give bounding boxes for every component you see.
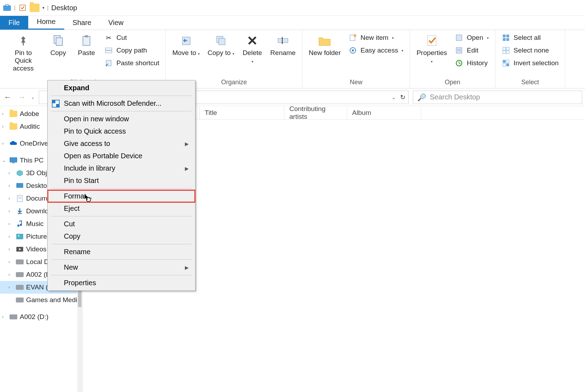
copy-icon xyxy=(51,33,65,48)
ribbon-group-clipboard: Pin to Quick access Copy Paste ✂Cut Copy… xyxy=(0,30,166,88)
tab-file[interactable]: File xyxy=(0,16,28,30)
column-album[interactable]: Album xyxy=(347,106,421,119)
history-button[interactable]: History xyxy=(453,57,490,69)
svg-rect-29 xyxy=(503,35,506,37)
svg-point-20 xyxy=(354,34,356,37)
select-none-button[interactable]: Select none xyxy=(500,45,561,56)
cut-button[interactable]: ✂Cut xyxy=(102,32,161,43)
recent-locations-button[interactable]: ⌄ xyxy=(31,95,35,100)
properties-label: Properties▾ xyxy=(416,49,447,65)
back-button[interactable]: ← xyxy=(3,92,13,102)
ctx-open-new-window[interactable]: Open in new window xyxy=(48,113,195,125)
properties-icon xyxy=(425,33,439,48)
pin-quick-access-button[interactable]: Pin to Quick access xyxy=(4,32,42,74)
address-dropdown[interactable]: ⌄ xyxy=(392,94,396,100)
ctx-pin-quick-access[interactable]: Pin to Quick access xyxy=(48,125,195,137)
ctx-copy[interactable]: Copy xyxy=(48,230,195,243)
tab-home[interactable]: Home xyxy=(28,15,64,30)
ctx-portable-device[interactable]: Open as Portable Device xyxy=(48,150,195,162)
forward-button[interactable]: → xyxy=(17,92,27,102)
column-artists[interactable]: Contributing artists xyxy=(284,106,347,119)
documents-icon xyxy=(16,195,24,202)
svg-rect-34 xyxy=(506,47,509,50)
ctx-new[interactable]: New▶ xyxy=(48,261,195,274)
svg-rect-24 xyxy=(456,35,462,41)
ctx-sep xyxy=(51,244,192,244)
separator: | xyxy=(14,5,16,11)
svg-point-22 xyxy=(352,49,354,51)
ctx-expand[interactable]: Expand xyxy=(48,82,195,94)
window-title: Desktop xyxy=(51,4,77,12)
select-all-button[interactable]: Select all xyxy=(500,32,561,43)
column-title[interactable]: Title xyxy=(200,106,284,119)
copy-button[interactable]: Copy xyxy=(46,32,71,58)
history-icon xyxy=(455,59,463,67)
open-label: Open xyxy=(445,77,460,88)
invert-selection-button[interactable]: Invert selection xyxy=(500,57,561,69)
ctx-eject[interactable]: Eject xyxy=(48,202,195,215)
save-icon[interactable] xyxy=(18,4,27,12)
svg-rect-14 xyxy=(219,38,225,45)
easy-access-button[interactable]: Easy access ▾ xyxy=(346,45,406,56)
ctx-sep xyxy=(51,111,192,111)
edit-button[interactable]: Edit xyxy=(453,45,490,56)
submenu-arrow-icon: ▶ xyxy=(185,265,189,270)
properties-button[interactable]: Properties▾ xyxy=(414,32,449,66)
copy-path-button[interactable]: Copy path xyxy=(102,45,161,56)
ctx-scan-defender[interactable]: Scan with Microsoft Defender... xyxy=(48,97,195,110)
svg-rect-1 xyxy=(6,4,8,6)
ctx-cut[interactable]: Cut xyxy=(48,218,195,230)
select-none-icon xyxy=(502,46,510,55)
svg-rect-0 xyxy=(4,6,11,11)
refresh-button[interactable]: ↻ xyxy=(400,93,405,101)
delete-button[interactable]: Delete▾ xyxy=(240,32,265,66)
context-menu: Expand Scan with Microsoft Defender... O… xyxy=(47,80,195,291)
onedrive-icon xyxy=(9,140,18,147)
rename-label: Rename xyxy=(270,49,296,57)
desktop-icon xyxy=(16,182,24,190)
tab-view[interactable]: View xyxy=(100,16,132,30)
ctx-include-library[interactable]: Include in library▶ xyxy=(48,162,195,174)
search-placeholder: Search Desktop xyxy=(430,93,480,101)
new-folder-icon xyxy=(318,33,332,48)
new-label: New xyxy=(350,77,362,88)
copy-to-button[interactable]: Copy to ▾ xyxy=(205,32,236,58)
tree-item-games[interactable]: Games and Media xyxy=(0,294,82,306)
open-button[interactable]: Open ▾ xyxy=(453,32,490,43)
svg-rect-41 xyxy=(10,158,17,162)
new-folder-button[interactable]: New folder xyxy=(307,32,343,58)
move-to-label: Move to ▾ xyxy=(172,49,200,57)
qat-caret[interactable]: ▾ xyxy=(42,5,44,10)
svg-rect-25 xyxy=(456,48,462,53)
paste-shortcut-button[interactable]: Paste shortcut xyxy=(102,57,161,69)
ctx-rename[interactable]: Rename xyxy=(48,246,195,258)
pin-label: Pin to Quick access xyxy=(6,49,40,72)
rename-icon xyxy=(276,33,290,48)
ctx-give-access[interactable]: Give access to▶ xyxy=(48,137,195,150)
rename-button[interactable]: Rename xyxy=(268,32,298,58)
ctx-properties[interactable]: Properties xyxy=(48,277,195,289)
svg-rect-37 xyxy=(503,60,506,63)
svg-point-49 xyxy=(17,225,19,227)
move-to-button[interactable]: Move to ▾ xyxy=(170,32,202,58)
svg-rect-38 xyxy=(506,60,509,63)
search-box[interactable]: 🔍 Search Desktop xyxy=(413,91,582,104)
svg-rect-7 xyxy=(85,35,88,37)
music-icon xyxy=(16,220,24,228)
copy-label: Copy xyxy=(50,49,66,57)
svg-rect-35 xyxy=(503,51,506,54)
separator: | xyxy=(47,5,49,11)
ribbon-tabs: File Home Share View xyxy=(0,16,585,30)
new-item-button[interactable]: New item ▾ xyxy=(346,32,406,43)
organize-label: Organize xyxy=(221,77,247,88)
downloads-icon xyxy=(16,207,24,215)
ctx-pin-start[interactable]: Pin to Start xyxy=(48,174,195,187)
ctx-format[interactable]: Format... xyxy=(48,190,195,202)
tree-item-a002-d[interactable]: ›A002 (D:) xyxy=(0,311,82,323)
ctx-sep xyxy=(51,188,192,189)
svg-point-52 xyxy=(18,235,19,237)
svg-marker-43 xyxy=(17,170,23,176)
tab-share[interactable]: Share xyxy=(64,16,100,30)
cut-icon: ✂ xyxy=(104,33,113,42)
paste-button[interactable]: Paste xyxy=(74,32,99,58)
